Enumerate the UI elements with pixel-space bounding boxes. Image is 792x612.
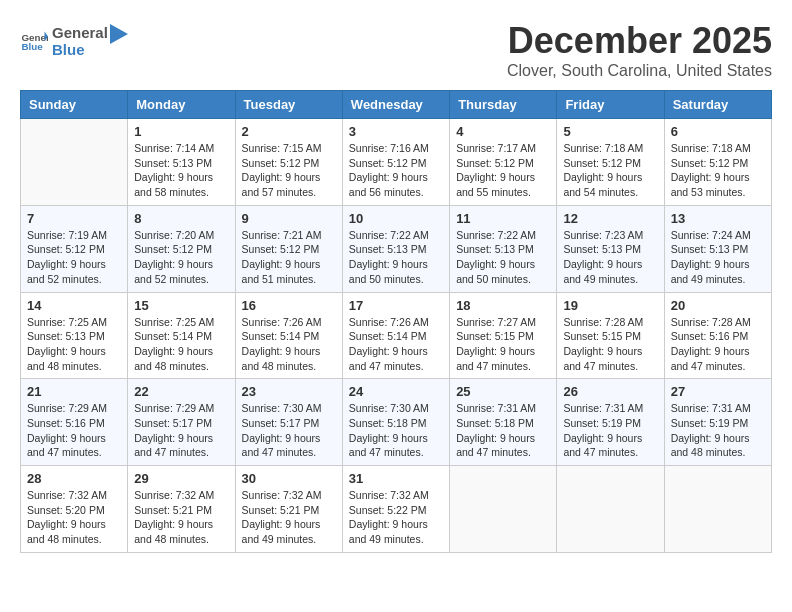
day-number: 14 <box>27 298 121 313</box>
day-number: 13 <box>671 211 765 226</box>
day-number: 21 <box>27 384 121 399</box>
calendar-cell: 10Sunrise: 7:22 AM Sunset: 5:13 PM Dayli… <box>342 205 449 292</box>
day-info: Sunrise: 7:14 AM Sunset: 5:13 PM Dayligh… <box>134 141 228 200</box>
calendar-cell: 15Sunrise: 7:25 AM Sunset: 5:14 PM Dayli… <box>128 292 235 379</box>
day-info: Sunrise: 7:22 AM Sunset: 5:13 PM Dayligh… <box>456 228 550 287</box>
day-info: Sunrise: 7:31 AM Sunset: 5:19 PM Dayligh… <box>671 401 765 460</box>
calendar-cell: 18Sunrise: 7:27 AM Sunset: 5:15 PM Dayli… <box>450 292 557 379</box>
weekday-header-row: SundayMondayTuesdayWednesdayThursdayFrid… <box>21 91 772 119</box>
day-number: 10 <box>349 211 443 226</box>
calendar-cell: 6Sunrise: 7:18 AM Sunset: 5:12 PM Daylig… <box>664 119 771 206</box>
day-number: 15 <box>134 298 228 313</box>
day-info: Sunrise: 7:15 AM Sunset: 5:12 PM Dayligh… <box>242 141 336 200</box>
calendar-cell: 12Sunrise: 7:23 AM Sunset: 5:13 PM Dayli… <box>557 205 664 292</box>
calendar-cell: 3Sunrise: 7:16 AM Sunset: 5:12 PM Daylig… <box>342 119 449 206</box>
calendar-table: SundayMondayTuesdayWednesdayThursdayFrid… <box>20 90 772 553</box>
calendar-cell: 29Sunrise: 7:32 AM Sunset: 5:21 PM Dayli… <box>128 466 235 553</box>
calendar-cell: 11Sunrise: 7:22 AM Sunset: 5:13 PM Dayli… <box>450 205 557 292</box>
day-info: Sunrise: 7:18 AM Sunset: 5:12 PM Dayligh… <box>563 141 657 200</box>
day-number: 29 <box>134 471 228 486</box>
calendar-cell: 14Sunrise: 7:25 AM Sunset: 5:13 PM Dayli… <box>21 292 128 379</box>
location-title: Clover, South Carolina, United States <box>507 62 772 80</box>
day-number: 6 <box>671 124 765 139</box>
day-number: 2 <box>242 124 336 139</box>
calendar-cell: 23Sunrise: 7:30 AM Sunset: 5:17 PM Dayli… <box>235 379 342 466</box>
calendar-cell: 25Sunrise: 7:31 AM Sunset: 5:18 PM Dayli… <box>450 379 557 466</box>
calendar-cell: 2Sunrise: 7:15 AM Sunset: 5:12 PM Daylig… <box>235 119 342 206</box>
logo-arrow-icon <box>110 24 128 52</box>
page-header: General Blue General Blue December 2025 … <box>20 20 772 80</box>
calendar-cell: 9Sunrise: 7:21 AM Sunset: 5:12 PM Daylig… <box>235 205 342 292</box>
calendar-cell: 1Sunrise: 7:14 AM Sunset: 5:13 PM Daylig… <box>128 119 235 206</box>
calendar-week-row: 21Sunrise: 7:29 AM Sunset: 5:16 PM Dayli… <box>21 379 772 466</box>
calendar-week-row: 7Sunrise: 7:19 AM Sunset: 5:12 PM Daylig… <box>21 205 772 292</box>
day-info: Sunrise: 7:20 AM Sunset: 5:12 PM Dayligh… <box>134 228 228 287</box>
calendar-cell: 27Sunrise: 7:31 AM Sunset: 5:19 PM Dayli… <box>664 379 771 466</box>
calendar-cell <box>450 466 557 553</box>
day-info: Sunrise: 7:29 AM Sunset: 5:17 PM Dayligh… <box>134 401 228 460</box>
day-number: 17 <box>349 298 443 313</box>
calendar-cell <box>664 466 771 553</box>
day-number: 9 <box>242 211 336 226</box>
day-info: Sunrise: 7:25 AM Sunset: 5:14 PM Dayligh… <box>134 315 228 374</box>
weekday-header-wednesday: Wednesday <box>342 91 449 119</box>
day-info: Sunrise: 7:23 AM Sunset: 5:13 PM Dayligh… <box>563 228 657 287</box>
calendar-cell: 31Sunrise: 7:32 AM Sunset: 5:22 PM Dayli… <box>342 466 449 553</box>
weekday-header-sunday: Sunday <box>21 91 128 119</box>
calendar-cell <box>557 466 664 553</box>
day-info: Sunrise: 7:32 AM Sunset: 5:21 PM Dayligh… <box>134 488 228 547</box>
day-number: 27 <box>671 384 765 399</box>
day-number: 19 <box>563 298 657 313</box>
weekday-header-tuesday: Tuesday <box>235 91 342 119</box>
day-number: 31 <box>349 471 443 486</box>
day-info: Sunrise: 7:30 AM Sunset: 5:18 PM Dayligh… <box>349 401 443 460</box>
logo-icon: General Blue <box>20 28 48 56</box>
weekday-header-thursday: Thursday <box>450 91 557 119</box>
calendar-cell: 30Sunrise: 7:32 AM Sunset: 5:21 PM Dayli… <box>235 466 342 553</box>
day-info: Sunrise: 7:31 AM Sunset: 5:19 PM Dayligh… <box>563 401 657 460</box>
day-number: 23 <box>242 384 336 399</box>
day-number: 12 <box>563 211 657 226</box>
day-info: Sunrise: 7:26 AM Sunset: 5:14 PM Dayligh… <box>242 315 336 374</box>
day-number: 28 <box>27 471 121 486</box>
calendar-cell: 7Sunrise: 7:19 AM Sunset: 5:12 PM Daylig… <box>21 205 128 292</box>
day-number: 11 <box>456 211 550 226</box>
day-number: 26 <box>563 384 657 399</box>
day-info: Sunrise: 7:18 AM Sunset: 5:12 PM Dayligh… <box>671 141 765 200</box>
calendar-week-row: 14Sunrise: 7:25 AM Sunset: 5:13 PM Dayli… <box>21 292 772 379</box>
weekday-header-friday: Friday <box>557 91 664 119</box>
calendar-cell: 13Sunrise: 7:24 AM Sunset: 5:13 PM Dayli… <box>664 205 771 292</box>
day-info: Sunrise: 7:32 AM Sunset: 5:20 PM Dayligh… <box>27 488 121 547</box>
calendar-cell: 16Sunrise: 7:26 AM Sunset: 5:14 PM Dayli… <box>235 292 342 379</box>
weekday-header-saturday: Saturday <box>664 91 771 119</box>
day-number: 22 <box>134 384 228 399</box>
day-info: Sunrise: 7:17 AM Sunset: 5:12 PM Dayligh… <box>456 141 550 200</box>
calendar-cell: 5Sunrise: 7:18 AM Sunset: 5:12 PM Daylig… <box>557 119 664 206</box>
day-number: 25 <box>456 384 550 399</box>
calendar-cell: 26Sunrise: 7:31 AM Sunset: 5:19 PM Dayli… <box>557 379 664 466</box>
day-number: 24 <box>349 384 443 399</box>
calendar-cell: 20Sunrise: 7:28 AM Sunset: 5:16 PM Dayli… <box>664 292 771 379</box>
day-info: Sunrise: 7:32 AM Sunset: 5:22 PM Dayligh… <box>349 488 443 547</box>
calendar-week-row: 1Sunrise: 7:14 AM Sunset: 5:13 PM Daylig… <box>21 119 772 206</box>
day-info: Sunrise: 7:16 AM Sunset: 5:12 PM Dayligh… <box>349 141 443 200</box>
svg-text:Blue: Blue <box>21 41 43 52</box>
day-info: Sunrise: 7:29 AM Sunset: 5:16 PM Dayligh… <box>27 401 121 460</box>
svg-marker-3 <box>110 24 128 44</box>
day-number: 18 <box>456 298 550 313</box>
calendar-cell <box>21 119 128 206</box>
day-info: Sunrise: 7:22 AM Sunset: 5:13 PM Dayligh… <box>349 228 443 287</box>
calendar-cell: 8Sunrise: 7:20 AM Sunset: 5:12 PM Daylig… <box>128 205 235 292</box>
day-info: Sunrise: 7:26 AM Sunset: 5:14 PM Dayligh… <box>349 315 443 374</box>
day-info: Sunrise: 7:19 AM Sunset: 5:12 PM Dayligh… <box>27 228 121 287</box>
day-number: 7 <box>27 211 121 226</box>
day-number: 30 <box>242 471 336 486</box>
day-info: Sunrise: 7:30 AM Sunset: 5:17 PM Dayligh… <box>242 401 336 460</box>
day-number: 8 <box>134 211 228 226</box>
day-number: 16 <box>242 298 336 313</box>
day-info: Sunrise: 7:27 AM Sunset: 5:15 PM Dayligh… <box>456 315 550 374</box>
calendar-week-row: 28Sunrise: 7:32 AM Sunset: 5:20 PM Dayli… <box>21 466 772 553</box>
calendar-cell: 24Sunrise: 7:30 AM Sunset: 5:18 PM Dayli… <box>342 379 449 466</box>
day-info: Sunrise: 7:32 AM Sunset: 5:21 PM Dayligh… <box>242 488 336 547</box>
logo-line2: Blue <box>52 42 108 59</box>
